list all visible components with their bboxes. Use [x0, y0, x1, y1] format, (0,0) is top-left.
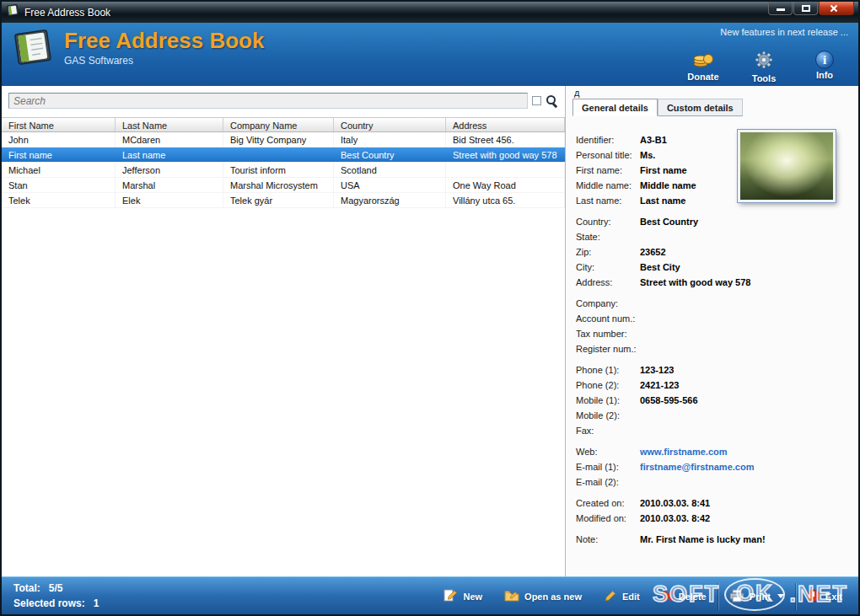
cell-last-name: Jefferson	[116, 163, 223, 177]
status-buttons: New Open as new Edit Delete Print	[433, 577, 853, 615]
edit-button[interactable]: Edit	[593, 583, 651, 610]
field-value: 0658-595-566	[640, 395, 698, 405]
cell-last-name: Marshal	[116, 178, 223, 192]
info-label: Info	[816, 70, 833, 80]
tools-icon	[755, 51, 773, 72]
cell-last-name: Elek	[116, 193, 223, 207]
field-value: Street with good way 578	[640, 277, 750, 287]
cell-address: Street with good way 578	[446, 147, 565, 162]
field-label: Fax:	[576, 426, 640, 436]
field-label: First name:	[576, 165, 640, 175]
main-content: First Name Last Name Company Name Countr…	[2, 86, 858, 576]
app-title: Free Address Book	[64, 28, 264, 54]
field-label: Zip:	[576, 247, 640, 257]
table-row-selected[interactable]: First name Last name Best Country Street…	[2, 147, 565, 163]
info-button[interactable]: i Info	[803, 51, 847, 83]
cell-last-name: MCdaren	[116, 132, 223, 147]
column-header-country[interactable]: Country	[334, 118, 446, 131]
field-value: A3-B1	[640, 135, 667, 145]
cell-country: USA	[334, 178, 446, 192]
search-option-box[interactable]	[532, 96, 541, 105]
field-value: 2010.03.03. 8:42	[640, 513, 710, 523]
release-notice: New features in next release ...	[720, 27, 848, 37]
new-label: New	[463, 592, 482, 602]
titlebar-app-icon	[6, 4, 19, 20]
field-value: 2010.03.03. 8:41	[640, 498, 710, 508]
search-box[interactable]	[8, 93, 528, 109]
field-label: Register num.:	[576, 344, 640, 354]
cell-country: Best Country	[334, 147, 446, 162]
header-toolbar: Donate Tools i Info	[681, 51, 847, 83]
field-label: Note:	[576, 534, 640, 544]
new-button[interactable]: New	[433, 583, 493, 610]
info-icon: i	[815, 51, 834, 69]
donate-label: Donate	[687, 72, 718, 82]
edit-label: Edit	[622, 592, 640, 602]
field-label: Identifier:	[576, 135, 640, 145]
column-header-first-name[interactable]: First Name	[2, 118, 116, 131]
exit-label: Exit	[825, 592, 842, 602]
maximize-button[interactable]	[793, 2, 818, 15]
total-value: 5/5	[49, 582, 63, 594]
table-row[interactable]: Stan Marshal Marshal Microsystem USA One…	[2, 178, 565, 193]
field-label: Phone (1):	[576, 365, 640, 375]
column-header-company-name[interactable]: Company Name	[223, 118, 334, 131]
email-link[interactable]: firstname@firstname.com	[640, 462, 754, 472]
column-header-last-name[interactable]: Last Name	[116, 118, 223, 131]
new-icon	[443, 588, 458, 604]
print-button[interactable]: Print	[718, 583, 795, 610]
cell-first-name: First name	[2, 147, 116, 162]
field-label: Mobile (1):	[576, 395, 640, 405]
field-label: Country:	[576, 217, 640, 227]
table-row[interactable]: Telek Elek Telek gyár Magyarország Villá…	[2, 193, 565, 208]
tools-button[interactable]: Tools	[742, 51, 786, 83]
field-label: Created on:	[576, 498, 640, 508]
details-fields: Identifier:A3-B1 Personal title:Ms. Firs…	[576, 135, 853, 555]
contacts-pane: First Name Last Name Company Name Countr…	[2, 86, 565, 576]
search-row	[8, 93, 558, 109]
print-icon	[729, 589, 744, 604]
cell-company: Telek gyár	[223, 193, 334, 207]
table-row[interactable]: John MCdaren Big Vitty Company Italy Bid…	[2, 132, 565, 147]
cell-country: Italy	[334, 132, 446, 147]
donate-icon	[693, 51, 713, 71]
app-logo-icon	[12, 29, 54, 71]
search-input[interactable]	[13, 95, 523, 107]
field-label: Company:	[576, 298, 640, 308]
exit-button[interactable]: Exit	[796, 583, 853, 610]
stray-char: д	[574, 88, 579, 98]
cell-company: Big Vitty Company	[223, 132, 334, 147]
tab-general-details[interactable]: General details	[572, 99, 658, 116]
details-tabs: General details Custom details	[572, 99, 743, 116]
cell-last-name: Last name	[116, 147, 223, 162]
open-as-new-icon	[504, 589, 519, 604]
delete-button[interactable]: Delete	[651, 583, 718, 610]
selected-rows-label: Selected rows:	[13, 597, 85, 609]
field-label: Modified on:	[576, 513, 640, 523]
cell-first-name: Telek	[2, 193, 116, 207]
titlebar: Free Address Book	[2, 2, 858, 23]
cell-first-name: Michael	[2, 163, 116, 177]
field-label: Middle name:	[576, 180, 640, 190]
window-title: Free Address Book	[24, 7, 110, 19]
field-label: Address:	[576, 277, 640, 287]
column-header-address[interactable]: Address	[446, 118, 565, 131]
field-value: Mr. First Name is lucky man!	[640, 534, 766, 544]
field-label: Account num.:	[576, 313, 640, 324]
search-icon[interactable]	[546, 94, 558, 107]
minimize-button[interactable]	[768, 2, 793, 15]
minimize-icon	[777, 8, 785, 11]
delete-icon	[662, 590, 674, 603]
tab-custom-details[interactable]: Custom details	[658, 99, 743, 116]
table-header: First Name Last Name Company Name Countr…	[2, 117, 565, 132]
edit-icon	[604, 589, 617, 604]
print-dropdown-icon[interactable]	[777, 594, 784, 598]
close-button[interactable]	[819, 2, 854, 15]
table-row[interactable]: Michael Jefferson Tourist inform Scotlan…	[2, 163, 565, 178]
selected-rows-value: 1	[94, 597, 99, 609]
web-link[interactable]: www.firstname.com	[640, 447, 728, 457]
donate-button[interactable]: Donate	[681, 51, 725, 83]
status-summary: Total:5/5 Selected rows:1	[13, 581, 99, 611]
field-label: State:	[576, 232, 640, 242]
open-as-new-button[interactable]: Open as new	[493, 583, 593, 610]
